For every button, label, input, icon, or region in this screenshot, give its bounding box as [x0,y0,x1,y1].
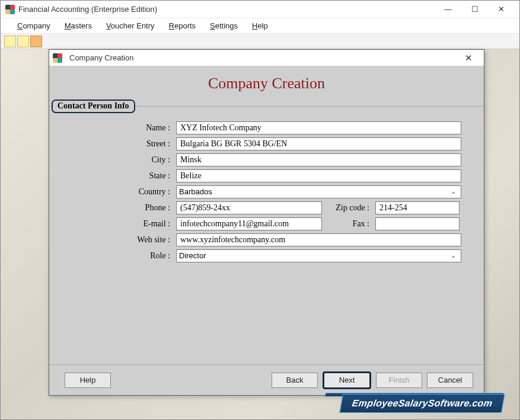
next-button[interactable]: Next [323,371,371,389]
menu-reports[interactable]: Reports [162,20,203,32]
section-tab-contact-person-info: Contact Person Info [52,100,135,113]
website-field[interactable] [176,233,461,246]
dialog-heading: Company Creation [49,66,484,98]
label-fax: Fax : [322,219,375,229]
label-website: Web site : [58,235,176,245]
minimize-button[interactable]: — [435,1,461,18]
cancel-button[interactable]: Cancel [427,373,473,388]
menu-voucher-entry[interactable]: Voucher Entry [99,20,162,32]
toolbar-icon-3[interactable] [30,36,42,47]
app-titlebar: Financial Accounting (Enterprise Edition… [1,1,519,18]
toolbar-icon-2[interactable] [17,36,29,47]
help-button[interactable]: Help [65,373,111,388]
city-field[interactable] [176,153,461,166]
app-window: Financial Accounting (Enterprise Edition… [0,0,520,420]
toolbar [1,34,519,49]
menu-settings[interactable]: Settings [203,20,245,32]
role-value: Director [179,251,206,260]
app-icon [5,5,15,14]
chevron-down-icon: ⌄ [451,188,456,195]
app-body: Company Creation ✕ Company Creation Cont… [1,49,519,419]
company-creation-dialog: Company Creation ✕ Company Creation Cont… [49,49,484,396]
dialog-button-bar: Help Back Next Finish Cancel [49,364,484,395]
app-title: Financial Accounting (Enterprise Edition… [18,5,435,14]
chevron-down-icon: ⌄ [451,252,456,259]
email-field[interactable] [176,217,322,230]
label-role: Role : [58,251,176,261]
finish-button: Finish [376,373,422,388]
menu-help[interactable]: Help [245,20,275,32]
back-button[interactable]: Back [272,373,318,388]
menubar: Company Masters Voucher Entry Reports Se… [1,18,519,34]
maximize-button[interactable]: ☐ [461,1,488,18]
label-street: Street : [58,139,176,149]
zip-field[interactable] [375,201,460,214]
toolbar-icon-1[interactable] [4,36,16,47]
close-button[interactable]: ✕ [488,1,515,18]
label-phone: Phone : [58,203,176,213]
label-country: Country : [58,187,176,197]
menu-company[interactable]: Company [10,20,58,32]
name-field[interactable] [176,121,461,134]
role-select[interactable]: Director ⌄ [176,249,461,262]
country-select[interactable]: Barbados ⌄ [176,185,461,198]
dialog-titlebar: Company Creation ✕ [49,50,484,66]
fax-field[interactable] [375,217,460,230]
menu-masters[interactable]: Masters [58,20,99,32]
street-field[interactable] [176,137,461,150]
brand-badge: EmployeeSalarySoftware.com [339,394,505,413]
state-field[interactable] [176,169,461,182]
label-zip: Zip code : [322,203,375,213]
dialog-close-button[interactable]: ✕ [457,51,480,65]
dialog-icon [53,53,62,63]
label-name: Name : [58,123,176,133]
label-email: E-mail : [58,219,176,229]
form-area: Name : Street : City : State : [49,120,484,364]
country-value: Barbados [179,187,212,196]
dialog-body: Company Creation Contact Person Info Nam… [49,66,484,395]
label-state: State : [58,171,176,181]
dialog-title: Company Creation [69,53,457,62]
label-city: City : [58,155,176,165]
phone-field[interactable] [176,201,322,214]
